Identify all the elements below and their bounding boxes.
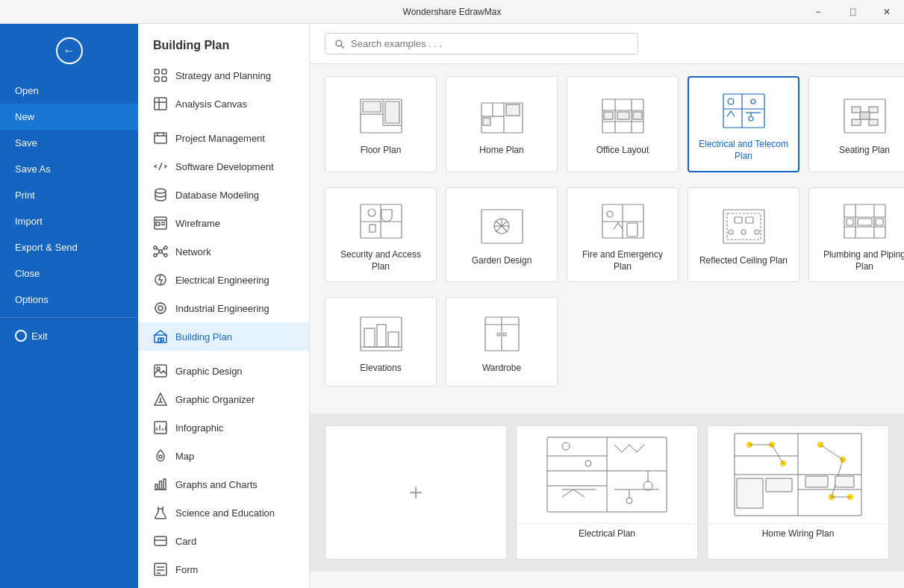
category-network-label: Network (175, 246, 211, 257)
template-wardrobe[interactable]: Wardrobe (446, 297, 558, 387)
category-wireframe[interactable]: Wireframe (138, 209, 309, 237)
graphic-design-icon (153, 363, 168, 378)
svg-line-105 (502, 226, 508, 232)
form-icon (153, 562, 168, 577)
example-electrical-plan[interactable]: Electrical Plan (516, 425, 698, 560)
template-floor-plan[interactable]: Floor Plan (325, 76, 437, 172)
category-map[interactable]: Map (138, 442, 309, 470)
svg-rect-3 (162, 77, 166, 81)
wardrobe-icon (476, 312, 528, 357)
template-office-layout[interactable]: Office Layout (567, 76, 679, 172)
add-icon: + (409, 479, 423, 507)
svg-point-98 (368, 209, 375, 216)
sidebar-item-print[interactable]: Print (0, 182, 138, 208)
template-seating-plan[interactable]: Seating Plan (808, 76, 904, 172)
wardrobe-label: Wardrobe (482, 363, 521, 375)
sidebar-item-new[interactable]: New (0, 104, 138, 130)
svg-rect-99 (370, 225, 375, 232)
seating-plan-label: Seating Plan (839, 145, 890, 157)
svg-rect-113 (627, 223, 638, 237)
sidebar-item-exit[interactable]: Exit (0, 322, 138, 349)
svg-rect-93 (869, 119, 878, 125)
template-electrical-telecom[interactable]: Electrical and Telecom Plan (688, 76, 799, 172)
sidebar-item-options[interactable]: Options (0, 287, 138, 313)
category-project-label: Project Management (175, 133, 265, 144)
svg-point-147 (643, 481, 652, 490)
svg-rect-50 (163, 479, 166, 490)
example-home-wiring-plan[interactable]: Home Wiring Plan (707, 425, 889, 560)
category-graphs[interactable]: Graphs and Charts (138, 470, 309, 498)
category-card-label: Card (175, 536, 196, 547)
svg-point-12 (155, 189, 166, 193)
template-elevations[interactable]: Elevations (325, 297, 437, 387)
svg-rect-172 (835, 476, 854, 487)
graphs-icon (153, 477, 168, 492)
search-icon (334, 39, 345, 49)
template-plumbing-piping[interactable]: Plumbing and Piping Plan (808, 187, 904, 282)
seating-plan-icon (838, 94, 891, 139)
category-strategy[interactable]: Strategy and Planning (138, 61, 309, 90)
template-garden-design[interactable]: Garden Design (446, 187, 558, 282)
office-layout-icon (596, 94, 649, 139)
category-industrial-label: Industrial Engineering (175, 303, 269, 314)
sidebar-item-save-as[interactable]: Save As (0, 156, 138, 182)
templates-row2: Security and Access Plan (325, 187, 889, 282)
sidebar-item-export-send[interactable]: Export & Send (0, 234, 138, 260)
category-graphic-design[interactable]: Graphic Design (138, 357, 309, 385)
svg-rect-48 (155, 484, 158, 490)
category-database[interactable]: Database Modeling (138, 181, 309, 209)
category-form[interactable]: Form (138, 555, 309, 584)
svg-rect-53 (155, 537, 166, 545)
svg-point-121 (741, 230, 746, 234)
sidebar-item-close[interactable]: Close (0, 260, 138, 287)
template-home-plan[interactable]: Home Plan (446, 76, 558, 172)
restore-button[interactable]: ⎕ (835, 0, 870, 24)
svg-rect-127 (847, 219, 853, 225)
category-card[interactable]: Card (138, 527, 309, 555)
svg-point-21 (154, 254, 157, 257)
svg-rect-118 (746, 217, 753, 223)
svg-rect-133 (388, 332, 399, 347)
floor-plan-icon (355, 94, 407, 139)
category-project[interactable]: Project Management (138, 124, 309, 152)
svg-rect-129 (876, 219, 883, 225)
back-button[interactable]: ← (56, 37, 83, 64)
category-building-label: Building Plan (175, 331, 232, 343)
sidebar-item-save[interactable]: Save (0, 130, 138, 156)
category-network[interactable]: Network (138, 237, 309, 266)
svg-rect-66 (385, 101, 399, 123)
svg-point-85 (751, 99, 755, 104)
svg-rect-35 (158, 338, 160, 343)
category-electrical[interactable]: Electrical Engineering (138, 266, 309, 294)
svg-line-25 (157, 252, 160, 255)
template-fire-emergency[interactable]: Fire and Emergency Plan (567, 187, 679, 282)
svg-rect-91 (869, 107, 878, 113)
sidebar-item-import[interactable]: Import (0, 208, 138, 234)
template-reflected-ceiling[interactable]: Reflected Ceiling Plan (688, 187, 799, 282)
svg-line-104 (496, 221, 502, 226)
science-icon (153, 505, 168, 520)
category-map-label: Map (175, 451, 194, 462)
category-industrial[interactable]: Industrial Engineering (138, 294, 309, 322)
svg-rect-171 (805, 476, 828, 487)
category-graphic-organizer[interactable]: Graphic Organizer (138, 385, 309, 413)
minimize-button[interactable]: − (801, 0, 835, 24)
search-input[interactable] (351, 38, 560, 49)
category-software[interactable]: Software Development (138, 152, 309, 181)
svg-rect-90 (852, 107, 861, 113)
template-security-access[interactable]: Security and Access Plan (325, 187, 437, 282)
strategy-icon (153, 68, 168, 83)
category-building[interactable]: Building Plan (138, 322, 309, 351)
office-layout-label: Office Layout (596, 145, 649, 157)
category-science[interactable]: Science and Education (138, 498, 309, 527)
svg-point-28 (158, 306, 163, 310)
main-content: Floor Plan Home Plan (310, 24, 904, 588)
close-button[interactable]: ✕ (870, 0, 904, 24)
svg-rect-1 (162, 69, 166, 74)
sidebar-item-open[interactable]: Open (0, 78, 138, 104)
category-analysis[interactable]: Analysis Canvas (138, 90, 309, 118)
category-infographic[interactable]: Infographic (138, 413, 309, 442)
map-icon (153, 448, 168, 463)
category-wireframe-label: Wireframe (175, 218, 220, 229)
example-new-blank[interactable]: + (325, 425, 507, 560)
